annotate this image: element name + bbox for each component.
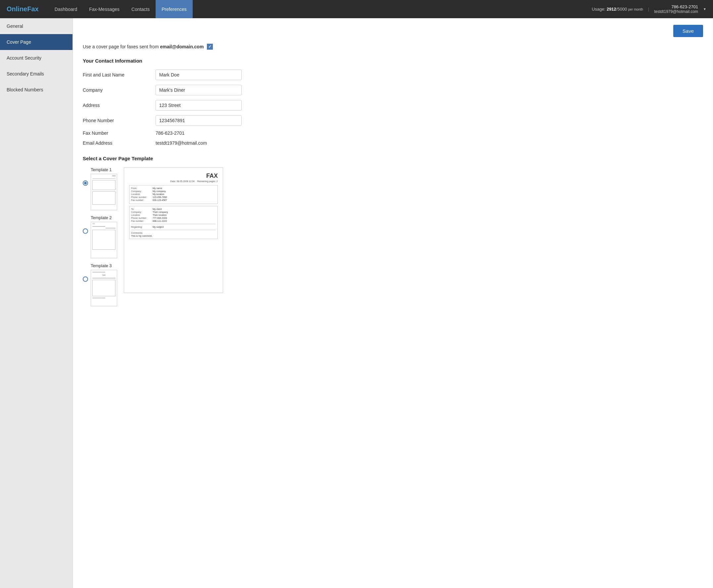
fax-label: Fax Number (83, 130, 149, 136)
template-preview: FAX Date: 08.05.2008 12:04 Remaining pag… (124, 167, 223, 293)
nav-dashboard[interactable]: Dashboard (49, 0, 83, 18)
phone-input[interactable] (156, 115, 242, 126)
name-input[interactable] (156, 69, 242, 80)
sidebar-item-general[interactable]: General (0, 18, 72, 34)
template-3-thumbnail[interactable]: FAX (91, 270, 117, 306)
account-email: testdt1979@hotmail.com (654, 9, 698, 14)
usage-max: 5000 (617, 7, 627, 12)
contact-form: First and Last Name Company Address Phon… (83, 69, 703, 146)
form-row-address: Address (83, 100, 703, 110)
save-btn-wrapper: Save (83, 25, 703, 37)
email-value: testdt1979@hotmail.com (156, 140, 207, 146)
nav-preferences[interactable]: Preferences (156, 0, 192, 18)
template-1-label: Template 1 (91, 167, 117, 172)
template-section-title: Select a Cover Page Template (83, 155, 703, 161)
save-button[interactable]: Save (673, 25, 703, 37)
cover-page-email: email@domain.com (160, 44, 203, 49)
template-2-thumbnail[interactable]: FAX (91, 222, 117, 258)
cover-page-toggle-text: Use a cover page for faxes sent from ema… (83, 44, 203, 49)
main-nav: Dashboard Fax-Messages Contacts Preferen… (49, 0, 592, 18)
template-2-radio[interactable] (83, 228, 88, 234)
email-label: Email Address (83, 140, 149, 146)
form-row-name: First and Last Name (83, 69, 703, 80)
page-wrapper: General Cover Page Account Security Seco… (0, 18, 713, 588)
form-row-email: Email Address testdt1979@hotmail.com (83, 140, 703, 146)
form-row-phone: Phone Number (83, 115, 703, 126)
contact-section-title: Your Contact Information (83, 58, 703, 64)
main-content: Save Use a cover page for faxes sent fro… (73, 18, 713, 588)
sidebar-item-cover-page[interactable]: Cover Page (0, 34, 72, 50)
account-info[interactable]: 786-623-2701 testdt1979@hotmail.com (654, 4, 698, 14)
preview-to-box: To: My client Company: Their company Loc… (129, 206, 218, 239)
template-2-label: Template 2 (91, 215, 117, 220)
nav-contacts[interactable]: Contacts (126, 0, 156, 18)
sidebar: General Cover Page Account Security Seco… (0, 18, 73, 588)
phone-label: Phone Number (83, 118, 149, 123)
preview-comments-value: This is my comment. (131, 235, 216, 237)
template-item-1: Template 1 FAX (83, 167, 117, 210)
template-3-radio[interactable] (83, 276, 88, 282)
sidebar-item-account-security[interactable]: Account Security (0, 50, 72, 66)
fax-value: 786-623-2701 (156, 130, 185, 136)
template-2-wrapper: Template 2 FAX (91, 215, 117, 258)
logo: OnlineFax (7, 5, 39, 13)
address-input[interactable] (156, 100, 242, 110)
nav-fax-messages[interactable]: Fax-Messages (83, 0, 126, 18)
usage-current: 2912 (607, 7, 617, 12)
template-item-3: Template 3 FAX (83, 263, 117, 306)
form-row-company: Company (83, 85, 703, 96)
header-right: Usage: 2912/5000 per month | 786-623-270… (592, 4, 706, 14)
company-input[interactable] (156, 85, 242, 96)
template-3-wrapper: Template 3 FAX (91, 263, 117, 306)
preview-meta: Date: 08.05.2008 12:04 Remaining pages: … (129, 180, 218, 183)
address-label: Address (83, 103, 149, 108)
account-phone: 786-623-2701 (654, 4, 698, 9)
usage-label: Usage: (592, 7, 605, 12)
template-item-2: Template 2 FAX (83, 215, 117, 258)
template-1-radio[interactable] (83, 181, 88, 186)
company-label: Company (83, 87, 149, 93)
template-1-thumbnail[interactable]: FAX (91, 174, 117, 210)
usage-unit: per month (628, 7, 643, 11)
logo-text-1: Online (7, 5, 27, 13)
template-1-wrapper: Template 1 FAX (91, 167, 117, 210)
template-3-label: Template 3 (91, 263, 117, 268)
form-row-fax: Fax Number 786-623-2701 (83, 130, 703, 136)
preview-from-box: From: My name Company: My company Locati… (129, 185, 218, 204)
cover-page-checkbox[interactable] (207, 44, 213, 50)
header-divider: | (648, 7, 649, 12)
usage-display: Usage: 2912/5000 per month (592, 7, 643, 12)
template-list: Template 1 FAX Template 2 (83, 167, 117, 306)
header: OnlineFax Dashboard Fax-Messages Contact… (0, 0, 713, 18)
logo-text-2: Fax (27, 5, 38, 13)
name-label: First and Last Name (83, 72, 149, 78)
cover-page-toggle: Use a cover page for faxes sent from ema… (83, 44, 703, 50)
sidebar-item-blocked-numbers[interactable]: Blocked Numbers (0, 82, 72, 98)
sidebar-item-secondary-emails[interactable]: Secondary Emails (0, 66, 72, 82)
account-dropdown-arrow[interactable]: ▼ (703, 7, 706, 11)
templates-area: Template 1 FAX Template 2 (83, 167, 703, 306)
preview-fax-title: FAX (129, 172, 218, 180)
